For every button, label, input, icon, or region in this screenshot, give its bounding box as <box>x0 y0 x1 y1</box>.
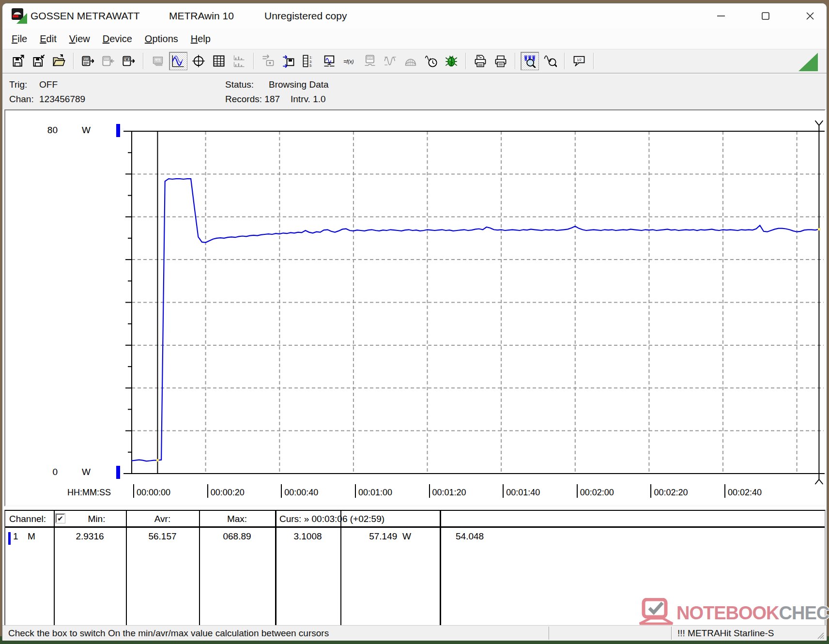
toolbar-separator <box>253 53 254 69</box>
toolbar-separator <box>593 53 594 69</box>
toolbar-separator <box>564 53 565 69</box>
header-avr: Avr: <box>126 514 199 524</box>
toolbar-button-formula[interactable]: =f(x) <box>340 52 359 70</box>
cursor2-unit: W <box>402 531 411 541</box>
menu-options[interactable]: Options <box>138 31 184 46</box>
toolbar-button-send-device: 321 <box>99 52 118 70</box>
table-header-rule <box>5 526 825 528</box>
x-tick-mark <box>355 484 356 498</box>
cell-channel-number: 1 <box>13 531 18 542</box>
toolbar-button-chart-view[interactable] <box>169 52 187 70</box>
toolbar-separator <box>465 53 466 69</box>
toolbar-button-save-data[interactable] <box>30 52 48 70</box>
svg-text:1:: 1: <box>309 56 312 59</box>
menu-edit[interactable]: Edit <box>33 31 62 46</box>
x-tick-mark <box>281 484 282 498</box>
menu-bar: FileEditViewDeviceOptionsHelp <box>2 29 827 49</box>
minmax-checkbox[interactable]: ✔ <box>56 514 65 523</box>
device-name: !!! METRAHit Starline-S <box>677 628 774 639</box>
cell-avr: 56.157 <box>126 531 199 542</box>
minimize-button[interactable] <box>713 9 729 23</box>
status-hint: Check the box to switch On the min/avr/m… <box>8 628 329 639</box>
menu-device[interactable]: Device <box>96 31 138 46</box>
menu-view[interactable]: View <box>63 31 96 46</box>
x-tick-label-00:01:20: 00:01:20 <box>429 484 466 498</box>
resize-grip[interactable] <box>816 631 825 640</box>
x-axis-labels: HH:MM:SS 00:00:0000:00:2000:00:4000:01:0… <box>5 110 825 506</box>
statusbar-divider <box>549 627 550 640</box>
toolbar-button-open-file[interactable] <box>50 52 68 70</box>
notebookcheck-watermark: NOTEBOOKCHECK <box>636 598 829 628</box>
header-max: Max: <box>199 514 275 524</box>
menu-file[interactable]: File <box>5 31 33 46</box>
records-label: Records: <box>225 94 262 104</box>
toolbar-button-transfer-file <box>259 52 277 70</box>
svg-text:1257: 1257 <box>155 59 161 62</box>
app-window: GOSSEN METRAWATT METRAwin 10 Unregistere… <box>2 3 827 640</box>
cursor2-number: 57.149 <box>369 531 397 541</box>
close-button[interactable] <box>802 9 818 23</box>
table-divider <box>440 511 441 625</box>
cell-min: 2.9316 <box>54 531 126 542</box>
toolbar-button-device-settings: 321 <box>361 52 379 70</box>
x-tick-mark <box>650 484 651 498</box>
toolbar-button-annotation[interactable]: 1/2 <box>570 52 588 70</box>
toolbar-button-time-settings[interactable] <box>422 52 440 70</box>
toolbar-button-read-device[interactable]: 321 <box>79 52 97 70</box>
x-tick-mark <box>207 484 208 498</box>
toolbar-separator <box>143 53 144 69</box>
toolbar-button-table-view[interactable] <box>210 52 228 70</box>
chan-label: Chan: <box>9 92 39 107</box>
svg-text:321: 321 <box>105 58 109 61</box>
toolbar: 321321M12571:3:5:=f(x)3211/2 <box>2 49 827 73</box>
title-license: Unregistered copy <box>264 10 347 22</box>
toolbar-button-analog-view[interactable] <box>189 52 208 70</box>
x-tick-label-00:01:40: 00:01:40 <box>503 484 540 498</box>
x-tick-label-00:02:00: 00:02:00 <box>577 484 614 498</box>
app-logo-icon <box>11 8 28 24</box>
x-axis-title: HH:MM:SS <box>67 488 111 498</box>
channel-1-color-bar <box>8 532 11 545</box>
chan-value: 123456789 <box>39 94 85 104</box>
toolbar-button-envelope <box>401 52 420 70</box>
desktop: GOSSEN METRAWATT METRAwin 10 Unregistere… <box>0 0 829 644</box>
svg-text:=f(x): =f(x) <box>343 59 353 64</box>
toolbar-button-print-preview[interactable] <box>471 52 490 70</box>
header-min: Min: <box>67 514 126 524</box>
interval-value: 1.0 <box>313 94 325 104</box>
x-tick-mark <box>503 484 504 498</box>
menu-help[interactable]: Help <box>184 31 217 46</box>
toolbar-button-monitor-settings[interactable] <box>320 52 338 70</box>
toolbar-green-triangle <box>798 53 818 71</box>
toolbar-button-print[interactable] <box>491 52 510 70</box>
x-tick-label-00:02:20: 00:02:20 <box>650 484 688 498</box>
watermark-notebook: NOTEBOOK <box>676 603 779 623</box>
status-records-info: Status:Browsing Data Records: 187Intrv. … <box>225 77 329 107</box>
toolbar-button-zoom-reset[interactable] <box>541 52 559 70</box>
toolbar-button-save-file[interactable] <box>9 52 28 70</box>
svg-text:321: 321 <box>368 57 372 60</box>
x-tick-label-00:01:00: 00:01:00 <box>355 484 392 498</box>
interval-label: Intrv. <box>291 94 310 104</box>
table-divider <box>199 511 200 625</box>
toolbar-button-channel-settings[interactable]: 1:3:5: <box>300 52 318 70</box>
svg-text:321: 321 <box>84 58 89 61</box>
toolbar-separator <box>73 53 74 69</box>
svg-text:5:: 5: <box>309 64 312 67</box>
toolbar-button-read-memory[interactable]: M <box>120 52 138 70</box>
title-product: METRAwin 10 <box>169 10 234 22</box>
toolbar-button-histogram-view <box>230 52 248 70</box>
maximize-button[interactable] <box>757 9 774 23</box>
trig-value: OFF <box>39 79 58 90</box>
toolbar-button-save-selection[interactable] <box>279 52 298 70</box>
cell-extra-value: 54.048 <box>456 531 484 542</box>
toolbar-button-debug-bug[interactable] <box>442 52 461 70</box>
table-divider <box>340 511 341 625</box>
trig-label: Trig: <box>9 77 39 92</box>
x-tick-label-00:00:00: 00:00:00 <box>133 484 170 498</box>
status-value: Browsing Data <box>269 79 329 90</box>
watermark-check: CHECK <box>779 603 829 623</box>
x-tick-mark <box>429 484 430 498</box>
cell-channel-mode: M <box>28 531 35 542</box>
toolbar-button-zoom-time[interactable] <box>521 52 539 70</box>
